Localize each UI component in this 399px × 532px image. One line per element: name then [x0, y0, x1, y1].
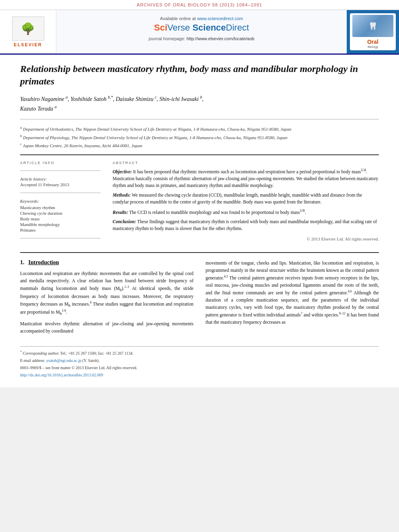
oral-biology-badge: 🦷 Oral Biology [350, 13, 396, 50]
elsevier-logo: 🌳 ELSEVIER [12, 16, 44, 47]
elsevier-logo-section: 🌳 ELSEVIER [0, 10, 56, 53]
intro-heading: 1. Introduction [20, 259, 193, 266]
abstract-label: ABSTRACT [113, 161, 379, 165]
footnote-email: E-mail address: ysatoh@ngt.ndu.ac.jp (Y.… [20, 357, 379, 364]
keyword-3: Body mass [20, 216, 101, 221]
authors: Yasuhiro Nagamine a, Yoshihide Satoh b,*… [20, 94, 379, 113]
methods-label: Methods: [113, 193, 131, 197]
keyword-5: Primates [20, 228, 101, 232]
introduction-left-col: 1. Introduction Locomotion and respirati… [20, 259, 193, 338]
article-info-column: ARTICLE INFO Article history: Accepted 1… [20, 161, 101, 244]
oral-subtitle: Biology [352, 45, 393, 49]
doi-link[interactable]: http://dx.doi.org/10.1016/j.archoralbio.… [20, 373, 103, 377]
affiliation-a: a Department of Orthodontics, The Nippon… [20, 125, 379, 132]
history-label: Article history: [20, 177, 101, 181]
section-divider [20, 154, 379, 155]
sciverse-title: SciVerse ScienceDirect [60, 23, 343, 33]
footnote-corresponding: * Corresponding author. Tel.: +81 25 267… [20, 350, 379, 356]
author-divider [20, 119, 379, 119]
introduction-section: 1. Introduction Locomotion and respirati… [20, 252, 379, 338]
keyword-4: Mandible morphology [20, 222, 101, 227]
intro-paragraph-1: Locomotion and respiration are rhythmic … [20, 270, 193, 317]
oral-title: Oral [352, 39, 393, 45]
email-link[interactable]: ysatoh@ngt.ndu.ac.jp [46, 358, 81, 363]
footnote-doi: http://dx.doi.org/10.1016/j.archoralbio.… [20, 372, 379, 378]
article-content: Relationship between masticatory rhythm,… [0, 55, 399, 387]
abstract-results: Results: The CCD is related to mandible … [113, 208, 379, 216]
elsevier-tree-logo: 🌳 [12, 16, 44, 41]
results-label: Results: [113, 210, 128, 215]
info-top-divider [20, 170, 101, 171]
footnote-license: 0003–9969/$ – see front matter © 2013 El… [20, 365, 379, 371]
objective-label: Objective: [113, 169, 132, 174]
page: ARCHIVES OF ORAL BIOLOGY 58 (2013) 1084–… [0, 0, 399, 387]
info-mid-divider [20, 193, 101, 193]
abstract-column: ABSTRACT Objective: It has been proposed… [113, 161, 379, 244]
oral-biology-image: 🦷 [352, 15, 393, 37]
section-number: 1. [20, 259, 25, 266]
introduction-columns: 1. Introduction Locomotion and respirati… [20, 259, 379, 338]
available-online-text: Available online at www.sciencedirect.co… [60, 16, 343, 21]
copyright: © 2013 Elsevier Ltd. All rights reserved… [113, 236, 379, 242]
sciencedirect-link[interactable]: www.sciencedirect.com [197, 16, 243, 21]
tree-icon: 🌳 [21, 22, 35, 35]
intro-paragraph-right-1: movements of the tongue, cheeks and lips… [206, 259, 379, 326]
affiliations: a Department of Orthodontics, The Nippon… [20, 125, 379, 148]
conclusion-label: Conclusion: [113, 219, 136, 224]
oral-biology-badge-section: 🦷 Oral Biology [347, 10, 399, 53]
sciencedirect-section: Available online at www.sciencedirect.co… [56, 10, 347, 53]
journal-header: 🌳 ELSEVIER Available online at www.scien… [0, 10, 399, 55]
footnotes: * Corresponding author. Tel.: +81 25 267… [20, 346, 379, 378]
introduction-right-col: movements of the tongue, cheeks and lips… [206, 259, 379, 338]
info-abstract-section: ARTICLE INFO Article history: Accepted 1… [20, 161, 379, 244]
article-title: Relationship between masticatory rhythm,… [20, 63, 379, 88]
homepage-link[interactable]: http://www.elsevier.com/locate/aob [187, 36, 255, 41]
keyword-1: Masticatory rhythm [20, 205, 101, 210]
abstract-objective: Objective: It has been proposed that rhy… [113, 167, 379, 189]
article-info-label: ARTICLE INFO [20, 161, 101, 165]
affiliation-c: c Japan Monkey Centre, 26 Kanrin, Inuyam… [20, 142, 379, 149]
journal-bar: ARCHIVES OF ORAL BIOLOGY 58 (2013) 1084–… [0, 0, 399, 10]
abstract-methods: Methods: We measured the chewing cycle d… [113, 192, 379, 206]
affiliation-b: b Department of Physiology, The Nippon D… [20, 134, 379, 141]
journal-homepage: journal homepage: http://www.elsevier.co… [60, 36, 343, 41]
accepted-date: Accepted 11 February 2013 [20, 182, 101, 187]
info-bottom-divider [20, 238, 101, 238]
elsevier-label: ELSEVIER [12, 42, 44, 47]
abstract-conclusion: Conclusion: These findings suggest that … [113, 218, 379, 232]
abstract-content: Objective: It has been proposed that rhy… [113, 167, 379, 242]
journal-title: ARCHIVES OF ORAL BIOLOGY 58 (2013) 1084–… [137, 2, 262, 7]
section-title: Introduction [29, 259, 59, 266]
keywords-label: Keywords: [20, 199, 101, 203]
keyword-2: Chewing cycle duration [20, 211, 101, 216]
intro-paragraph-2: Mastication involves rhythmic alternatio… [20, 320, 193, 335]
